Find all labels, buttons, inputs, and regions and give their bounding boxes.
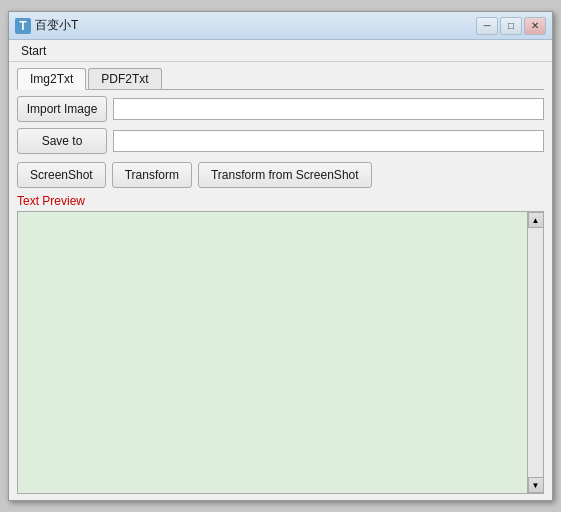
import-row: Import Image <box>17 96 544 122</box>
close-button[interactable]: ✕ <box>524 17 546 35</box>
transform-from-screenshot-button[interactable]: Transform from ScreenShot <box>198 162 372 188</box>
preview-area-wrapper: ▲ ▼ <box>17 211 544 494</box>
menu-item-start[interactable]: Start <box>13 42 54 60</box>
scroll-track[interactable] <box>528 228 543 477</box>
preview-textarea[interactable] <box>18 212 527 493</box>
scroll-down-button[interactable]: ▼ <box>528 477 544 493</box>
import-image-input[interactable] <box>113 98 544 120</box>
title-buttons: ─ □ ✕ <box>476 17 546 35</box>
content-area: Img2Txt PDF2Txt Import Image Save to Scr… <box>9 62 552 500</box>
minimize-button[interactable]: ─ <box>476 17 498 35</box>
preview-section: Text Preview ▲ ▼ <box>17 194 544 494</box>
tab-bar: Img2Txt PDF2Txt <box>17 68 544 90</box>
menu-bar: Start <box>9 40 552 62</box>
action-buttons-row: ScreenShot Transform Transform from Scre… <box>17 162 544 188</box>
save-to-input[interactable] <box>113 130 544 152</box>
save-row: Save to <box>17 128 544 154</box>
tab-img2txt[interactable]: Img2Txt <box>17 68 86 90</box>
save-to-button[interactable]: Save to <box>17 128 107 154</box>
app-icon: T <box>15 18 31 34</box>
title-bar: T 百变小T ─ □ ✕ <box>9 12 552 40</box>
scroll-up-button[interactable]: ▲ <box>528 212 544 228</box>
vertical-scrollbar[interactable]: ▲ ▼ <box>527 212 543 493</box>
import-image-button[interactable]: Import Image <box>17 96 107 122</box>
main-window: T 百变小T ─ □ ✕ Start Img2Txt PDF2Txt Impor… <box>8 11 553 501</box>
title-bar-left: T 百变小T <box>15 17 78 34</box>
preview-label: Text Preview <box>17 194 544 208</box>
maximize-button[interactable]: □ <box>500 17 522 35</box>
tab-pdf2txt[interactable]: PDF2Txt <box>88 68 161 89</box>
window-title: 百变小T <box>35 17 78 34</box>
transform-button[interactable]: Transform <box>112 162 192 188</box>
screenshot-button[interactable]: ScreenShot <box>17 162 106 188</box>
